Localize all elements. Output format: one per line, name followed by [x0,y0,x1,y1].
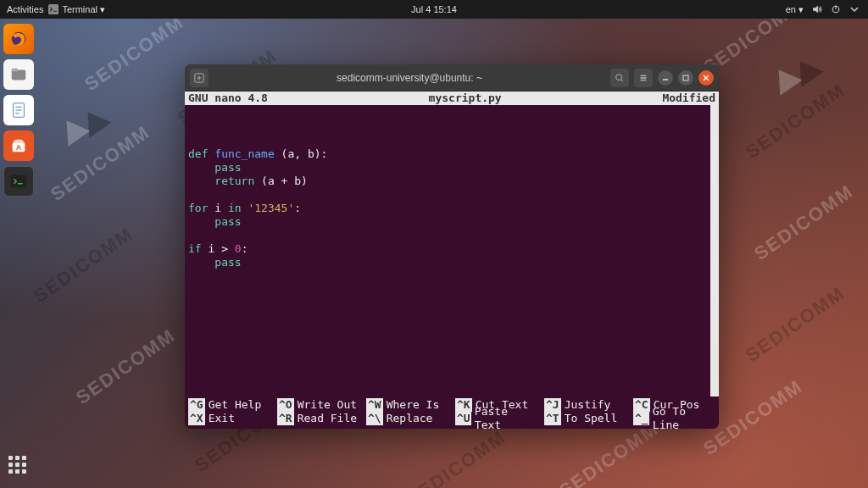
maximize-button[interactable] [678,70,693,86]
dock-software[interactable]: A [3,130,34,161]
files-icon [9,65,28,84]
nano-code-area[interactable]: def func_name (a, b): pass return (a + b… [185,105,719,396]
current-app-label: Terminal ▾ [62,4,105,15]
nano-shortcut: ^TTo Spell [544,412,626,425]
svg-line-15 [621,79,624,81]
hamburger-icon [638,73,648,83]
code-line: return (a + b) [188,175,715,188]
terminal-app-icon [9,172,28,191]
dock: A [3,24,41,197]
nano-shortcut-bar: ^GGet Help^OWrite Out^WWhere Is^KCut Tex… [185,396,719,429]
shortcut-label: Go To Line [653,405,715,429]
shortcut-key: ^C [633,398,650,412]
shortcut-label: Justify [565,398,611,412]
activities-button[interactable]: Activities [7,4,43,14]
input-language-indicator[interactable]: en ▾ [786,4,804,15]
code-line: for i in '12345': [188,202,715,215]
nano-shortcut: ^_Go To Line [633,412,715,425]
shortcut-label: Read File [298,412,357,425]
firefox-icon [9,30,28,48]
plus-box-icon [194,73,204,83]
shortcut-label: Where Is [387,398,440,412]
minimize-button[interactable] [658,70,673,86]
dock-files[interactable] [3,59,34,90]
shortcut-key: ^W [366,398,383,412]
current-app-menu[interactable]: Terminal ▾ [48,4,105,15]
nano-shortcut: ^RRead File [277,412,359,425]
nano-header: GNU nano 4.8 myscript.py Modified [185,92,719,105]
chevron-down-icon[interactable] [849,4,860,14]
shortcut-label: Write Out [298,398,357,412]
shortcut-label: Replace [387,412,433,425]
terminal-window: sedicomm-university@ubuntu: ~ GNU nano 4… [185,64,719,429]
nano-status: Modified [662,92,715,105]
document-icon [9,101,28,119]
minimize-icon [660,73,670,83]
svg-rect-5 [12,69,18,72]
nano-right-margin [710,105,719,396]
close-button[interactable] [698,70,714,86]
shortcut-label: To Spell [565,412,618,425]
power-icon[interactable] [831,4,841,14]
svg-rect-0 [48,4,58,14]
nano-shortcut: ^XExit [188,412,270,425]
terminal-title: sedicomm-university@ubuntu: ~ [214,72,605,84]
code-line [188,229,715,242]
show-applications-button[interactable] [8,456,32,480]
dock-document[interactable] [3,95,34,125]
nano-shortcut: ^JJustify [544,398,626,412]
shortcut-label: Get Help [209,398,262,412]
gnome-topbar: Activities Terminal ▾ Jul 4 15:14 en ▾ [0,0,868,19]
clock[interactable]: Jul 4 15:14 [411,4,457,14]
shortcut-key: ^O [277,398,294,412]
shortcut-key: ^U [455,412,471,425]
shortcut-key: ^X [188,412,205,425]
code-line: pass [188,256,715,269]
shortcut-key: ^R [277,412,294,425]
volume-icon[interactable] [812,4,822,14]
code-line: pass [188,215,715,229]
shortcut-key: ^G [188,398,205,412]
search-icon [615,73,625,83]
shortcut-label: Exit [209,412,235,425]
dock-terminal[interactable] [3,166,34,197]
shortcut-key: ^_ [633,412,649,425]
terminal-titlebar[interactable]: sedicomm-university@ubuntu: ~ [185,64,719,92]
shortcut-label: Paste Text [475,405,537,429]
maximize-icon [681,73,691,83]
close-icon [701,73,711,83]
svg-rect-17 [683,75,688,80]
nano-shortcut: ^UPaste Text [455,412,537,425]
shortcut-key: ^\ [366,412,383,425]
hamburger-menu-button[interactable] [634,69,653,87]
nano-shortcut: ^GGet Help [188,398,270,412]
dock-firefox[interactable] [3,24,34,54]
nano-version: GNU nano 4.8 [188,92,268,105]
terminal-icon [48,4,58,14]
nano-shortcut: ^OWrite Out [277,398,359,412]
code-line: def func_name (a, b): [188,147,715,161]
shortcut-key: ^J [544,398,561,412]
code-line: pass [188,161,715,175]
svg-point-14 [616,74,622,80]
svg-text:A: A [16,143,22,152]
nano-editor[interactable]: GNU nano 4.8 myscript.py Modified def fu… [185,92,719,429]
software-icon: A [9,136,28,155]
svg-rect-12 [11,175,26,188]
shortcut-key: ^T [544,412,561,425]
new-tab-button[interactable] [190,69,209,87]
code-line: if i > 0: [188,242,715,256]
shortcut-key: ^K [455,398,472,412]
nano-filename: myscript.py [268,92,662,105]
wallpaper-brand-text: SEDICOMM [81,11,188,96]
search-button[interactable] [610,69,629,87]
nano-shortcut: ^\Replace [366,412,448,425]
code-line [188,188,715,202]
nano-shortcut: ^WWhere Is [366,398,448,412]
